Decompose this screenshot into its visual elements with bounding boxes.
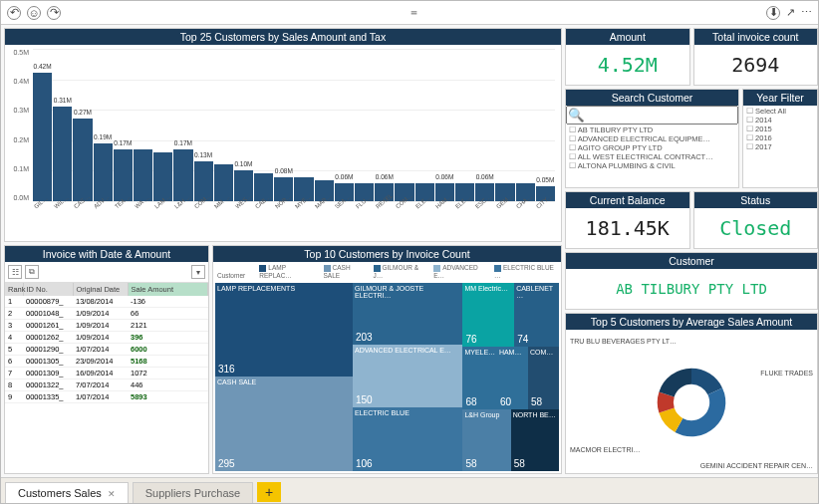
treemap-node[interactable]: MM Electric…76: [462, 283, 514, 347]
col-amt[interactable]: Sale Amount: [128, 283, 208, 296]
treemap-tile: Top 10 Customers by Invoice Count Custom…: [212, 245, 562, 474]
bar[interactable]: 0.42M: [33, 73, 52, 201]
col-id[interactable]: ID No.: [23, 283, 73, 296]
export-icon[interactable]: ☷: [8, 265, 22, 279]
treemap-node[interactable]: L&H Group58: [462, 409, 510, 471]
col-date[interactable]: Original Date: [73, 283, 128, 296]
table-row[interactable]: 300001261_1/09/20142121: [5, 320, 208, 332]
bar[interactable]: 0.31M: [53, 107, 72, 201]
table-row[interactable]: 600001305_23/09/20145168: [5, 356, 208, 368]
bar-chart-tile: Top 25 Customers by Sales Amount and Tax…: [4, 28, 562, 242]
top-toolbar: ↶ ☺ ↷ ＝ ⬇ ↗ ⋯: [1, 1, 818, 25]
list-item[interactable]: 2017: [746, 142, 814, 151]
kpi-balance: Current Balance 181.45K: [565, 191, 690, 249]
treemap-node[interactable]: HAM…60: [497, 347, 528, 408]
tab-customers-sales[interactable]: Customers Sales✕: [5, 482, 129, 503]
kpi-status-value: Closed: [694, 208, 818, 248]
list-item[interactable]: ALL WEST ELECTRICAL CONTRACT…: [569, 152, 735, 161]
kpi-amount-value: 4.52M: [566, 45, 689, 85]
kpi-invoices-value: 2694: [694, 45, 818, 85]
list-item[interactable]: ADVANCED ELECTRICAL EQUIPME…: [569, 134, 735, 143]
search-list[interactable]: AB TILBURY PTY LTDADVANCED ELECTRICAL EQ…: [566, 125, 738, 171]
treemap-node[interactable]: GILMOUR & JOOSTE ELECTRI…203: [353, 283, 462, 345]
treemap-node[interactable]: NORTH BE…58: [511, 409, 559, 471]
bar[interactable]: 0.19M: [94, 143, 113, 201]
treemap-node[interactable]: ELECTRIC BLUE106: [353, 407, 462, 471]
list-item[interactable]: 2015: [746, 125, 814, 133]
table-row[interactable]: 400001262_1/09/2014396: [5, 332, 208, 344]
kpi-amount: Amount 4.52M: [565, 28, 690, 86]
treemap-node[interactable]: ADVANCED ELECTRICAL E…150: [353, 345, 462, 406]
list-item[interactable]: AB TILBURY PTY LTD: [569, 126, 735, 134]
year-filter-tile: Year Filter Select All2014201520162017: [742, 89, 818, 188]
invoice-table[interactable]: Rank ID No. Original Date Sale Amount 10…: [5, 283, 208, 403]
donut-slice[interactable]: [659, 369, 691, 397]
copy-icon[interactable]: ⧉: [25, 265, 39, 279]
treemap-legend: CustomerLAMP REPLAC…CASH SALEGILMOUR & J…: [213, 262, 561, 281]
reset-icon[interactable]: ☺: [27, 6, 41, 20]
list-item[interactable]: Select All: [746, 107, 814, 116]
add-tab-button[interactable]: +: [257, 482, 281, 502]
bar[interactable]: 0.27M: [73, 119, 92, 201]
sheet-tabs: Customers Sales✕ Suppliers Purchase +: [1, 477, 818, 503]
col-rank[interactable]: Rank: [5, 283, 23, 296]
treemap-node[interactable]: CABLENET …74: [514, 283, 559, 347]
bar-chart[interactable]: 0.5M0.4M0.3M0.2M0.1M0.0M 0.42M0.31M0.27M…: [5, 45, 561, 241]
report-body: Top 25 Customers by Sales Amount and Tax…: [1, 25, 818, 477]
treemap-node[interactable]: COM…58: [528, 347, 559, 408]
undo-icon[interactable]: ↶: [7, 6, 21, 20]
invoice-tile: Invoice with Date & Amount ☷ ⧉ ▾ Rank ID…: [4, 245, 209, 474]
search-input[interactable]: [566, 106, 738, 125]
x-axis: GILMOUR & …WILCO ELECTRICALCASH SALEADVA…: [33, 201, 555, 241]
more-icon[interactable]: ⋯: [801, 6, 812, 19]
treemap[interactable]: LAMP REPLACEMENTS316CASH SALE295GILMOUR …: [215, 283, 559, 471]
treemap-node[interactable]: CASH SALE295: [215, 377, 353, 471]
kpi-balance-value: 181.45K: [566, 208, 689, 248]
treemap-node[interactable]: LAMP REPLACEMENTS316: [215, 283, 353, 378]
kpi-status: Status Closed: [693, 191, 819, 249]
treemap-title: Top 10 Customers by Invoice Count: [213, 246, 561, 262]
list-item[interactable]: 2014: [746, 116, 814, 125]
kpi-invoices: Total invoice count 2694: [693, 28, 819, 86]
year-filter-list[interactable]: Select All2014201520162017: [743, 106, 817, 152]
table-row[interactable]: 700001309_16/09/20141072: [5, 368, 208, 379]
table-row[interactable]: 200001048_1/09/201466: [5, 308, 208, 320]
invoice-toolbar: ☷ ⧉ ▾: [5, 262, 208, 283]
customer-tile: Customer AB TILBURY PTY LTD: [565, 252, 818, 310]
tab-suppliers-purchase[interactable]: Suppliers Purchase: [133, 482, 253, 503]
popout-icon[interactable]: ↗: [786, 6, 795, 19]
table-row[interactable]: 500001290_1/07/20146000: [5, 344, 208, 356]
handle-icon[interactable]: ＝: [409, 5, 419, 20]
table-row[interactable]: 100000879_13/08/2014-136: [5, 296, 208, 308]
treemap-node[interactable]: MYELE…68: [462, 347, 497, 408]
close-icon[interactable]: ✕: [108, 489, 116, 499]
bar-chart-title: Top 25 Customers by Sales Amount and Tax: [5, 29, 561, 45]
table-row[interactable]: 800001322_7/07/2014446: [5, 379, 208, 391]
list-item[interactable]: 2016: [746, 133, 814, 142]
list-item[interactable]: AGITO GROUP PTY LTD: [569, 143, 735, 152]
redo-icon[interactable]: ↷: [47, 6, 61, 20]
donut-slice[interactable]: [675, 387, 725, 436]
search-tile: Search Customer AB TILBURY PTY LTDADVANC…: [565, 89, 739, 188]
download-icon[interactable]: ⬇: [766, 6, 780, 20]
app-frame: ↶ ☺ ↷ ＝ ⬇ ↗ ⋯ Top 25 Customers by Sales …: [0, 0, 819, 504]
filter-icon[interactable]: ▾: [191, 265, 205, 279]
y-axis: 0.5M0.4M0.3M0.2M0.1M0.0M: [5, 49, 31, 201]
list-item[interactable]: ALTONA PLUMBING & CIVIL: [569, 161, 735, 170]
customer-value: AB TILBURY PTY LTD: [566, 269, 817, 309]
table-row[interactable]: 900001335_1/07/20145893: [5, 391, 208, 403]
invoice-title: Invoice with Date & Amount: [5, 246, 208, 262]
donut-tile: Top 5 Customers by Average Sales Amount …: [565, 313, 818, 474]
donut-chart[interactable]: TRU BLU BEVERAGES PTY LT… FLUKE TRADES M…: [566, 330, 817, 473]
